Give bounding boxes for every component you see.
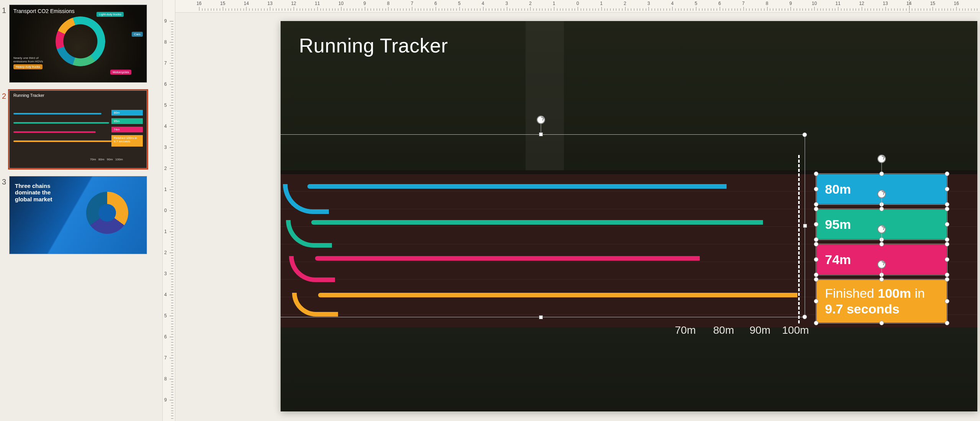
runner-bar-1[interactable] xyxy=(307,184,727,189)
slide-thumb-preview[interactable]: Transport CO2 Emissions Nearly one third… xyxy=(9,5,147,83)
thumb2-lab: 80m xyxy=(111,110,143,116)
thumb2-lab: Finished 100m in 9.7 seconds xyxy=(111,135,143,147)
thumb2-line xyxy=(13,113,101,114)
thumb2-axis: 90m xyxy=(107,158,113,161)
legend-box-2[interactable]: 95m xyxy=(817,209,947,239)
axis-label-90m: 90m xyxy=(750,324,770,336)
runner-bar-3[interactable] xyxy=(315,256,700,261)
thumb1-chip: Cars xyxy=(132,32,143,37)
legend-box-1[interactable]: 80m xyxy=(817,174,947,204)
slide-canvas[interactable]: Running Tracker 70m 80m 90m 100m 80m 95m xyxy=(281,21,977,411)
thumb2-line xyxy=(13,131,96,133)
legend-final-pre: Finished xyxy=(825,286,878,300)
thumb2-axis: 100m xyxy=(115,158,123,161)
slide-thumb-2[interactable]: 2 Running Tracker 80m 95m 74m Finished 1… xyxy=(0,90,158,168)
slide-thumb-preview[interactable]: Three chains dominate the global market xyxy=(9,176,147,254)
thumb1-sub: Nearly one third of emissions from HGVs xyxy=(13,56,44,63)
thumb3-pie xyxy=(86,192,128,234)
thumb1-chip: Heavy-duty trucks xyxy=(13,64,42,69)
thumb2-line xyxy=(13,140,115,142)
slide-number: 1 xyxy=(0,5,9,15)
vertical-ruler[interactable]: 9876543210123456789 xyxy=(163,0,175,421)
thumb3-title: Three chains dominate the global market xyxy=(15,183,65,202)
thumb2-axis: 70m xyxy=(90,158,96,161)
legend-final-line1: Finished 100m in xyxy=(825,286,925,301)
thumb2-line xyxy=(13,122,109,124)
axis-label-100m: 100m xyxy=(782,324,809,336)
thumb2-title: Running Tracker xyxy=(13,93,44,98)
finish-line[interactable] xyxy=(798,155,800,323)
slide-thumb-preview[interactable]: Running Tracker 80m 95m 74m Finished 100… xyxy=(9,90,147,168)
legend-label-2: 95m xyxy=(825,217,851,232)
legend-label-1: 80m xyxy=(825,182,851,197)
legend-label-3: 74m xyxy=(825,252,851,267)
axis-label-80m: 80m xyxy=(713,324,734,336)
slide-thumbnail-panel[interactable]: 1 Transport CO2 Emissions Nearly one thi… xyxy=(0,0,163,421)
slide-number: 3 xyxy=(0,176,9,186)
thumb2-axis: 80m xyxy=(98,158,105,161)
legend-final-mid: in xyxy=(911,286,925,300)
legend-final-bold2: 9.7 seconds xyxy=(825,302,900,316)
legend-box-4[interactable]: Finished 100m in 9.7 seconds xyxy=(817,280,947,323)
thumb1-chip: Motorcycles xyxy=(110,70,131,75)
runner-bar-4[interactable] xyxy=(318,293,797,297)
slide-edit-area[interactable]: Running Tracker 70m 80m 90m 100m 80m 95m xyxy=(175,13,980,421)
thumb1-title: Transport CO2 Emissions xyxy=(13,8,75,14)
slide-title[interactable]: Running Tracker xyxy=(299,34,448,57)
thumb2-lab: 95m xyxy=(111,118,143,124)
slide-thumb-3[interactable]: 3 Three chains dominate the global marke… xyxy=(0,176,158,254)
thumb1-donut xyxy=(56,16,105,66)
slide-thumb-1[interactable]: 1 Transport CO2 Emissions Nearly one thi… xyxy=(0,5,158,83)
axis-label-70m: 70m xyxy=(675,324,696,336)
runner-bar-2[interactable] xyxy=(311,220,763,225)
thumb2-lab: 74m xyxy=(111,127,143,132)
slide-number: 2 xyxy=(0,90,9,101)
legend-final-line2: 9.7 seconds xyxy=(825,301,900,317)
legend-final-bold1: 100m xyxy=(878,286,911,300)
horizontal-ruler[interactable]: 1615141312111098765432101234567891011121… xyxy=(175,0,980,13)
legend-box-3[interactable]: 74m xyxy=(817,245,947,274)
app-root: 1 Transport CO2 Emissions Nearly one thi… xyxy=(0,0,980,421)
thumb1-chip: Light-duty trucks xyxy=(96,12,124,17)
